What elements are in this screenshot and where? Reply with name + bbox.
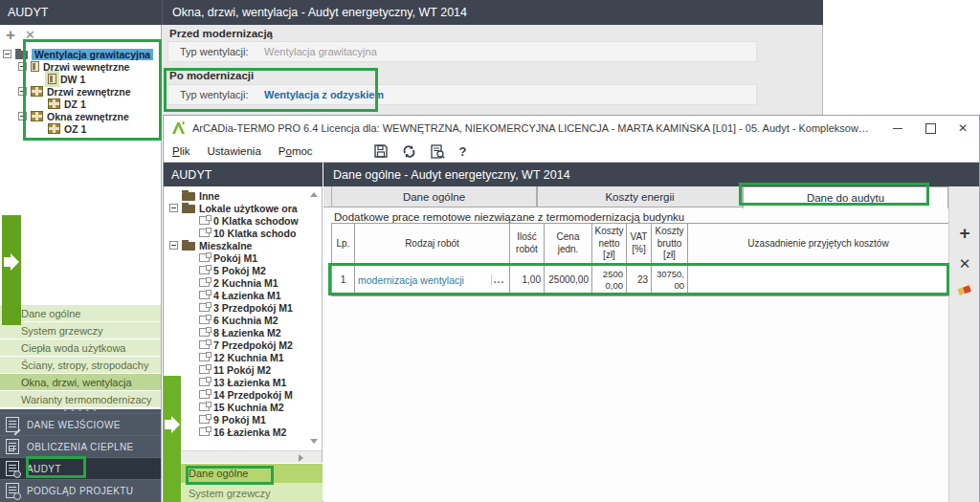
nav-item-obliczenia-cieplne[interactable]: OBLICZENIA CIEPLNE	[0, 435, 161, 457]
tree-item[interactable]: 9 Pokój M1	[164, 413, 322, 426]
tree-item[interactable]: Okna zewnętrzne	[0, 110, 161, 122]
tree-item[interactable]: 13 Łazienka M1	[164, 376, 322, 388]
expand-toggle-icon[interactable]	[18, 87, 27, 96]
tab-dane-do-audytu[interactable]: Dane do audytu	[743, 186, 948, 208]
add-row-icon[interactable]: +	[949, 223, 980, 244]
save-icon[interactable]	[374, 144, 388, 158]
sidebar-item-system-grzewczy[interactable]: System grzewczy	[0, 322, 161, 338]
nav-item-dane-wejściowe[interactable]: DANE WEJŚCIOWE	[0, 413, 161, 435]
tree-item[interactable]: Inne	[164, 189, 322, 202]
sidebar-item-dane-ogólne[interactable]: Dane ogólne	[0, 305, 161, 321]
column-header: Uzasadnienie przyjętych kosztów	[688, 224, 949, 265]
nav-item-podgląd-projektu[interactable]: PODGLĄD PROJEKTU	[0, 479, 161, 501]
tree-item[interactable]: Drzwi zewnętrzne	[0, 85, 161, 98]
tree-item[interactable]: 7 Przedpokój M2	[164, 338, 322, 351]
sidebar-item-ciepła-woda-użytkowa[interactable]: Ciepła woda użytkowa	[0, 339, 161, 356]
tree-item[interactable]: Pokój M1	[164, 251, 322, 264]
nav-item-label: AUDYT	[27, 464, 61, 474]
fg-page-title: Dane ogólne - Audyt energetyczny, WT 201…	[323, 163, 979, 186]
field-label: Typ wentylacji:	[168, 46, 264, 57]
table-row[interactable]: 1modernizacja wentylacji...1,0025000,002…	[332, 264, 949, 295]
ellipsis-button[interactable]: ...	[491, 274, 506, 285]
cell-vat[interactable]: 23	[627, 264, 652, 295]
room-icon	[199, 216, 210, 225]
tree-item[interactable]: 10 Klatka schodo	[164, 227, 322, 239]
tree-item[interactable]: Drzwi wewnętrzne	[0, 60, 161, 73]
tree-item-label: 11 Pokój M2	[213, 364, 271, 376]
eraser-icon[interactable]	[949, 282, 980, 300]
refresh-icon[interactable]	[402, 144, 416, 159]
tree-item[interactable]: 5 Pokój M2	[164, 264, 322, 276]
delete-icon[interactable]: ✕	[25, 29, 35, 41]
tab-dane-ogólne[interactable]: Dane ogólne	[331, 186, 537, 207]
tree-item[interactable]: 12 Kuchnia M1	[164, 351, 322, 363]
sidebar-item-system-grzewczy[interactable]: System grzewczy	[164, 484, 323, 502]
maximize-button[interactable]	[914, 116, 947, 141]
cell-netto[interactable]: 25000,00	[592, 264, 627, 295]
tree-item[interactable]: 6 Kuchnia M2	[164, 314, 322, 326]
nav-item-audyt[interactable]: AUDYT	[0, 457, 161, 479]
delete-row-icon[interactable]: ✕	[949, 255, 980, 273]
work-type-value[interactable]: modernizacja wentylacji	[358, 274, 491, 286]
nav-item-label: OBLICZENIA CIEPLNE	[27, 442, 134, 452]
cell-ilosc[interactable]: 1,00	[510, 264, 545, 295]
menu-plik[interactable]: Plik	[164, 145, 199, 157]
tree-item[interactable]: 15 Kuchnia M2	[164, 401, 322, 413]
tree-item[interactable]: 8 Łazienka M2	[164, 326, 322, 338]
tree-item[interactable]: DZ 1	[0, 98, 161, 110]
expand-toggle-icon[interactable]	[18, 62, 27, 71]
close-button[interactable]: ✕	[947, 116, 979, 141]
nav-item-label: PODGLĄD PROJEKTU	[27, 486, 133, 496]
tree-item[interactable]: 2 Kuchnia M1	[164, 276, 322, 289]
room-icon	[199, 278, 210, 287]
expand-toggle-icon[interactable]	[169, 241, 178, 250]
collapse-panel-arrow[interactable]	[2, 215, 21, 325]
preview-icon[interactable]	[431, 144, 445, 159]
collapse-panel-arrow[interactable]	[164, 376, 181, 502]
sidebar-item-ściany-stropy-stropodachy[interactable]: Ściany, stropy, stropodachy	[0, 357, 161, 373]
help-icon[interactable]: ?	[459, 144, 467, 159]
tree-item[interactable]: 14 Przedpokój M	[164, 388, 322, 401]
column-header: Ilość robót	[510, 224, 545, 265]
tree-item[interactable]: OZ 1	[0, 122, 161, 135]
tree-item[interactable]: Lokale użytkowe ora	[164, 202, 322, 214]
tree-item-label: 4 Łazienka M1	[213, 290, 281, 301]
scroll-down-icon[interactable]	[310, 439, 318, 444]
room-icon	[199, 403, 210, 411]
sidebar-item-dane-ogólne[interactable]: Dane ogólne	[164, 464, 323, 483]
tree-item-label: 13 Łazienka M1	[213, 377, 286, 388]
tree-item[interactable]: Wentylacja grawitacyjna	[0, 48, 161, 60]
menu-pomoc[interactable]: Pomoc	[270, 145, 322, 157]
cell-brutto[interactable]: 30750,00	[652, 264, 688, 295]
sidebar-item-okna-drzwi-wentylacja[interactable]: Okna, drzwi, wentylacja	[0, 374, 161, 390]
cell-cena[interactable]: 25000,00	[545, 264, 592, 295]
tab-koszty-energii[interactable]: Koszty energii	[537, 186, 743, 207]
ventilation-type-value-after[interactable]: Wentylacja z odzyskiem	[264, 89, 384, 100]
tree-item[interactable]: DW 1	[0, 73, 161, 85]
tree-item[interactable]: 4 Łazienka M1	[164, 289, 322, 301]
room-icon	[199, 415, 210, 424]
cell-uzasadnienie[interactable]	[688, 264, 949, 295]
tree-item-label: Mieszkalne	[199, 240, 252, 251]
minimize-button[interactable]	[881, 116, 914, 141]
column-header: Koszty brutto [zł]	[652, 224, 688, 265]
tree-item-label: 8 Łazienka M2	[213, 327, 281, 338]
tree-item[interactable]: 11 Pokój M2	[164, 363, 322, 376]
cell-rodzaj[interactable]: modernizacja wentylacji...	[355, 264, 510, 295]
add-icon[interactable]: +	[6, 27, 15, 43]
expand-toggle-icon[interactable]	[3, 50, 11, 58]
tree-item[interactable]: 3 Przedpokój M1	[164, 301, 322, 314]
window-titlebar[interactable]: ArCADia-TERMO PRO 6.4 Licencja dla: WEWN…	[164, 116, 979, 141]
tree-item[interactable]: 16 Łazienka M2	[164, 426, 322, 438]
tree-item[interactable]: Mieszkalne	[164, 239, 322, 251]
menu-ustawienia[interactable]: Ustawienia	[199, 145, 270, 157]
scroll-up-icon[interactable]	[310, 192, 318, 197]
scroll-right-icon[interactable]	[299, 454, 303, 462]
room-icon	[199, 378, 210, 386]
table-side-toolbar: + ✕	[948, 186, 979, 502]
bg-tree-toolbar: + ✕	[0, 25, 161, 44]
expand-toggle-icon[interactable]	[169, 204, 178, 212]
room-icon	[199, 328, 210, 337]
tree-item[interactable]: 0 Klatka schodow	[164, 214, 322, 227]
expand-toggle-icon[interactable]	[18, 112, 27, 120]
